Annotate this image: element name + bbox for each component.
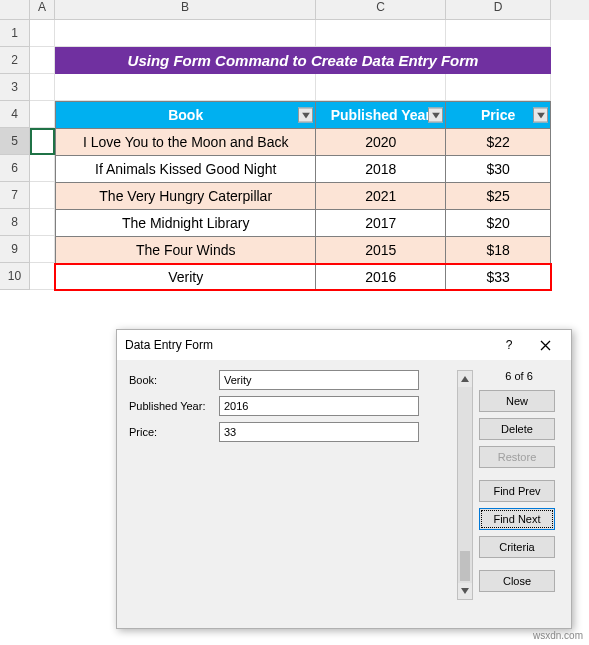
row-header-4[interactable]: 4: [0, 101, 30, 128]
table-row[interactable]: The Very Hungry Caterpillar2021$25: [56, 183, 551, 210]
row-header-2[interactable]: 2: [0, 47, 30, 74]
col-header-B[interactable]: B: [55, 0, 316, 20]
label-book: Book:: [129, 374, 219, 386]
close-icon[interactable]: [527, 331, 563, 359]
th-price[interactable]: Price: [446, 102, 551, 129]
book-field[interactable]: [219, 370, 419, 390]
row-header-5[interactable]: 5: [0, 128, 30, 155]
th-book-label: Book: [168, 107, 203, 123]
help-button[interactable]: ?: [491, 331, 527, 359]
page-title: Using Form Command to Create Data Entry …: [55, 47, 551, 74]
label-price: Price:: [129, 426, 219, 438]
th-price-label: Price: [481, 107, 515, 123]
table-row[interactable]: If Animals Kissed Good Night2018$30: [56, 156, 551, 183]
filter-dropdown-icon[interactable]: [428, 108, 443, 123]
spreadsheet-grid: A B C D 1 2 3 4 5 6 7 8 9 10: [0, 0, 589, 20]
label-year: Published Year:: [129, 400, 219, 412]
filter-dropdown-icon[interactable]: [298, 108, 313, 123]
row-header-3[interactable]: 3: [0, 74, 30, 101]
th-book[interactable]: Book: [56, 102, 316, 129]
scroll-down-icon[interactable]: [458, 583, 472, 599]
dialog-title: Data Entry Form: [125, 338, 491, 352]
restore-button: Restore: [479, 446, 555, 468]
watermark: wsxdn.com: [533, 630, 583, 641]
scroll-thumb[interactable]: [460, 551, 470, 581]
th-year-label: Published Year: [331, 107, 431, 123]
filter-dropdown-icon[interactable]: [533, 108, 548, 123]
row-header-9[interactable]: 9: [0, 236, 30, 263]
record-scrollbar[interactable]: [457, 370, 473, 600]
row-header-8[interactable]: 8: [0, 209, 30, 236]
price-field[interactable]: [219, 422, 419, 442]
data-entry-form-dialog: Data Entry Form ? Book: Published Year: …: [116, 329, 572, 629]
criteria-button[interactable]: Criteria: [479, 536, 555, 558]
find-prev-button[interactable]: Find Prev: [479, 480, 555, 502]
table-row[interactable]: I Love You to the Moon and Back2020$22: [56, 129, 551, 156]
table-row[interactable]: Verity2016$33: [56, 264, 551, 291]
table-row[interactable]: The Midnight Library2017$20: [56, 210, 551, 237]
scroll-up-icon[interactable]: [458, 371, 472, 387]
row-header-1[interactable]: 1: [0, 20, 30, 47]
year-field[interactable]: [219, 396, 419, 416]
row-header-10[interactable]: 10: [0, 263, 30, 290]
select-all-corner[interactable]: [0, 0, 30, 20]
data-table: Book Published Year Price I Love You to …: [55, 101, 551, 291]
col-header-C[interactable]: C: [316, 0, 446, 20]
table-row[interactable]: The Four Winds2015$18: [56, 237, 551, 264]
row-header-7[interactable]: 7: [0, 182, 30, 209]
row-header-6[interactable]: 6: [0, 155, 30, 182]
new-button[interactable]: New: [479, 390, 555, 412]
col-header-D[interactable]: D: [446, 0, 551, 20]
close-button[interactable]: Close: [479, 570, 555, 592]
th-year[interactable]: Published Year: [316, 102, 446, 129]
delete-button[interactable]: Delete: [479, 418, 555, 440]
col-header-A[interactable]: A: [30, 0, 55, 20]
record-count: 6 of 6: [479, 370, 559, 382]
find-next-button[interactable]: Find Next: [479, 508, 555, 530]
